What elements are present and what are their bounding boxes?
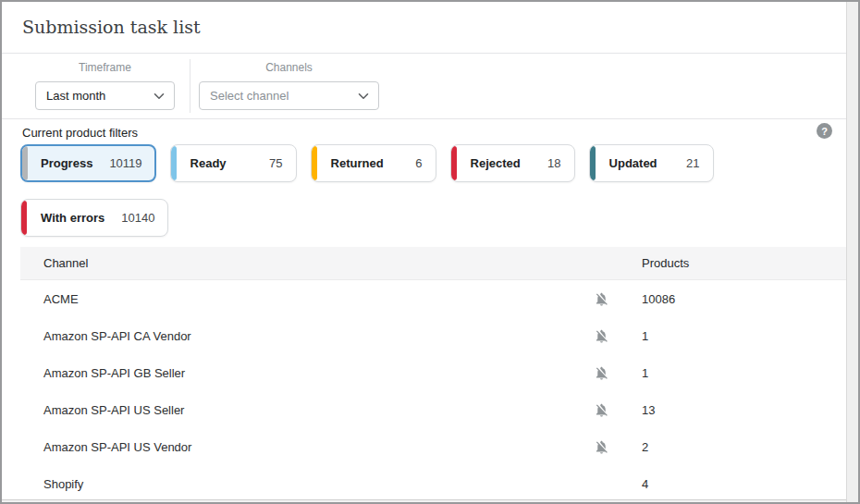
channel-name: Amazon SP-API CA Vendor	[20, 329, 594, 343]
products-count: 13	[642, 403, 846, 417]
icon-cell	[594, 439, 642, 455]
status-filter-label: Ready	[190, 156, 227, 170]
channel-name: Shopify	[20, 477, 594, 491]
divider-under-filter-bar	[2, 118, 846, 119]
icon-cell	[594, 365, 642, 381]
timeframe-label: Timeframe	[35, 61, 175, 74]
table-row[interactable]: Amazon SP-API US Seller 13	[20, 391, 846, 428]
status-filter-card[interactable]: Ready 75	[170, 144, 297, 182]
status-filter-count: 18	[547, 156, 560, 170]
chevron-down-icon	[358, 92, 369, 100]
table-header-row: Channel Products	[20, 247, 846, 280]
channels-select[interactable]: Select channel	[199, 81, 379, 110]
status-filter-count: 10119	[109, 156, 141, 170]
notifications-off-icon[interactable]	[594, 439, 609, 455]
status-filter-card[interactable]: Updated 21	[589, 144, 714, 182]
icon-cell	[594, 328, 642, 344]
icon-cell	[594, 402, 642, 418]
status-filter-card[interactable]: Rejected 18	[450, 144, 575, 182]
status-accent-bar	[21, 201, 27, 235]
table-row[interactable]: Amazon SP-API US Vendor 2	[20, 428, 846, 465]
products-count: 4	[642, 477, 846, 491]
icon-cell	[594, 476, 642, 492]
timeframe-select[interactable]: Last month	[35, 81, 175, 110]
bottom-gutter	[2, 499, 846, 502]
status-accent-bar	[22, 146, 28, 180]
table-row[interactable]: ACME 10086	[20, 280, 846, 317]
channels-placeholder: Select channel	[210, 89, 289, 103]
status-accent-bar	[590, 146, 596, 180]
table-row[interactable]: Amazon SP-API GB Seller 1	[20, 354, 846, 391]
filter-group-divider	[190, 59, 190, 113]
status-filter-card[interactable]: With errors 10140	[20, 199, 168, 237]
help-icon[interactable]: ?	[817, 123, 832, 139]
table-row[interactable]: Shopify 4	[20, 465, 846, 502]
divider-under-title	[2, 53, 846, 54]
filter-cards: Progress 10119 Ready 75 Returned 6 Rejec…	[20, 144, 846, 237]
channel-name: ACME	[20, 292, 594, 306]
status-filter-label: Updated	[609, 156, 657, 170]
notifications-off-icon[interactable]	[594, 402, 609, 418]
status-filter-card[interactable]: Returned 6	[311, 144, 436, 182]
status-filter-count: 21	[686, 156, 699, 170]
status-accent-bar	[451, 146, 457, 180]
channels-label: Channels	[199, 61, 379, 74]
status-filter-card[interactable]: Progress 10119	[20, 144, 156, 182]
status-filter-label: Returned	[331, 156, 384, 170]
status-filter-count: 10140	[121, 211, 154, 225]
timeframe-filter-group: Timeframe Last month	[35, 61, 175, 110]
channels-table: Channel Products ACME 10086 Amazon SP-AP…	[20, 247, 846, 502]
timeframe-selected-value: Last month	[46, 89, 105, 103]
status-accent-bar	[171, 146, 177, 180]
status-accent-bar	[312, 146, 317, 180]
notifications-off-icon[interactable]	[594, 291, 609, 307]
channel-name: Amazon SP-API US Seller	[20, 403, 594, 417]
status-filter-count: 6	[415, 156, 422, 170]
page-title: Submission task list	[22, 17, 201, 37]
icon-cell	[594, 291, 642, 307]
status-filter-count: 75	[269, 156, 282, 170]
table-body: ACME 10086 Amazon SP-API CA Vendor 1 Ama…	[20, 280, 846, 502]
right-gutter	[846, 2, 858, 502]
notifications-off-icon[interactable]	[594, 328, 609, 344]
notifications-off-icon[interactable]	[594, 365, 609, 381]
table-row[interactable]: Amazon SP-API CA Vendor 1	[20, 317, 846, 354]
status-filter-label: Progress	[41, 156, 92, 170]
products-count: 10086	[642, 292, 846, 306]
products-column-header: Products	[642, 256, 846, 270]
current-product-filters-heading: Current product filters	[22, 126, 138, 140]
channel-name: Amazon SP-API US Vendor	[20, 440, 594, 454]
submission-task-list-window: Submission task list Timeframe Last mont…	[0, 0, 860, 504]
status-filter-label: With errors	[41, 211, 104, 225]
status-filter-label: Rejected	[471, 156, 521, 170]
products-count: 1	[642, 366, 846, 380]
chevron-down-icon	[154, 92, 165, 100]
channels-filter-group: Channels Select channel	[199, 61, 379, 110]
products-count: 2	[642, 440, 846, 454]
channel-column-header: Channel	[20, 256, 594, 270]
channel-name: Amazon SP-API GB Seller	[20, 366, 594, 380]
products-count: 1	[642, 329, 846, 343]
